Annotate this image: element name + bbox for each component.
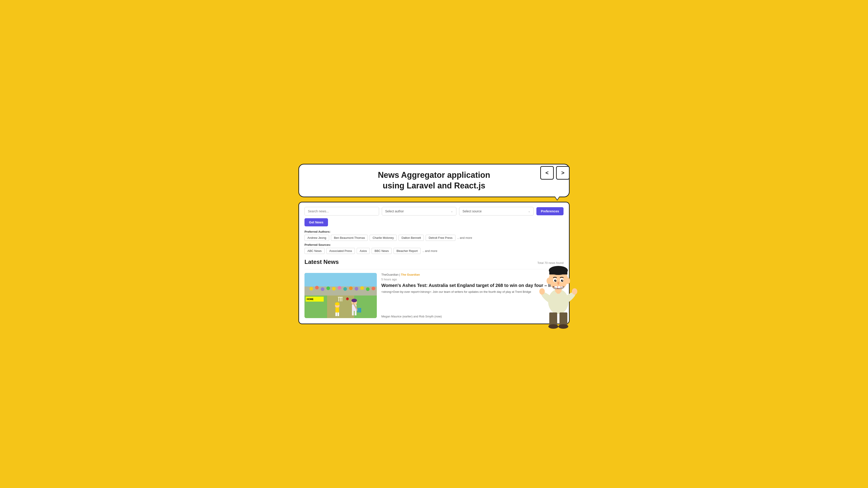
svg-rect-28 bbox=[336, 307, 339, 313]
svg-rect-24 bbox=[355, 311, 356, 315]
svg-rect-35 bbox=[359, 308, 360, 313]
svg-point-13 bbox=[372, 287, 375, 290]
forward-button[interactable]: > bbox=[556, 166, 569, 180]
source-tag-0: ABC News bbox=[305, 248, 324, 254]
source-tag-4: Bleacher Report bbox=[394, 248, 421, 254]
svg-point-27 bbox=[335, 302, 340, 305]
source-name: TheGuardian bbox=[381, 273, 399, 276]
svg-rect-34 bbox=[358, 308, 358, 313]
svg-rect-16 bbox=[338, 297, 339, 301]
browser-window: Select author ⌄ Select source ⌄ Preferen… bbox=[298, 202, 569, 324]
preferences-button[interactable]: Preferences bbox=[536, 207, 563, 215]
svg-rect-30 bbox=[338, 313, 339, 316]
svg-point-10 bbox=[355, 287, 358, 291]
svg-point-8 bbox=[343, 287, 347, 291]
source-tag-2: Axios bbox=[357, 248, 370, 254]
sources-and-more: .. and more bbox=[423, 249, 437, 253]
source-tag-1: Associated Press bbox=[327, 248, 355, 254]
svg-rect-36 bbox=[360, 308, 361, 313]
title-bubble: News Aggregator application using Larave… bbox=[298, 164, 569, 197]
source-select[interactable]: Select source ⌄ bbox=[459, 207, 534, 216]
svg-point-7 bbox=[338, 286, 341, 290]
chevron-down-icon: ⌄ bbox=[451, 210, 453, 213]
author-tag-1: Ben Beaumont-Thomas bbox=[331, 235, 368, 241]
preferred-authors-label: Preferred Authors: bbox=[305, 230, 563, 233]
search-area: Select author ⌄ Select source ⌄ Preferen… bbox=[305, 207, 563, 216]
svg-point-4 bbox=[321, 287, 324, 291]
authors-and-more: .. and more bbox=[457, 236, 472, 239]
svg-point-45 bbox=[561, 280, 563, 282]
back-button[interactable]: < bbox=[540, 166, 554, 180]
svg-point-52 bbox=[565, 278, 570, 284]
svg-rect-59 bbox=[549, 313, 557, 326]
svg-point-9 bbox=[349, 287, 352, 290]
svg-point-11 bbox=[360, 286, 364, 290]
source-select-label: Select source bbox=[463, 209, 482, 213]
svg-rect-19 bbox=[338, 297, 343, 297]
svg-point-61 bbox=[548, 324, 558, 329]
news-card: HOME TheGuardian | The Guardian bbox=[305, 269, 563, 318]
svg-text:HOME: HOME bbox=[307, 298, 313, 300]
app-title: News Aggregator application using Larave… bbox=[308, 170, 560, 191]
author-tag-0: Andrew Jeong bbox=[305, 235, 329, 241]
svg-point-2 bbox=[309, 287, 313, 291]
article-image: HOME bbox=[305, 273, 377, 318]
svg-point-47 bbox=[562, 280, 563, 281]
svg-rect-18 bbox=[342, 297, 342, 301]
svg-point-6 bbox=[332, 287, 336, 291]
svg-point-46 bbox=[555, 280, 556, 281]
author-select[interactable]: Select author ⌄ bbox=[382, 207, 456, 216]
svg-point-56 bbox=[539, 288, 545, 295]
svg-rect-29 bbox=[336, 313, 337, 316]
author-tag-2: Charlie Moloney bbox=[370, 235, 397, 241]
preferred-sources-label: Preferred Sources: bbox=[305, 243, 563, 247]
latest-news-title: Latest News bbox=[305, 258, 339, 265]
source-tag-3: BBC News bbox=[372, 248, 392, 254]
svg-rect-17 bbox=[340, 297, 341, 301]
svg-rect-23 bbox=[352, 311, 354, 315]
search-input[interactable] bbox=[305, 207, 379, 216]
nav-arrows: < > bbox=[540, 166, 569, 180]
svg-point-3 bbox=[315, 286, 319, 289]
source-separator: | bbox=[399, 273, 400, 276]
svg-point-44 bbox=[554, 280, 557, 282]
svg-point-62 bbox=[558, 324, 568, 329]
svg-point-58 bbox=[572, 288, 577, 295]
author-tag-4: Detroit Free Press bbox=[426, 235, 455, 241]
preferred-sources-section: Preferred Sources: ABC News Associated P… bbox=[305, 243, 563, 254]
latest-news-header: Latest News Total 70 news found bbox=[305, 258, 563, 265]
svg-point-21 bbox=[351, 299, 357, 302]
preferred-authors-section: Preferred Authors: Andrew Jeong Ben Beau… bbox=[305, 230, 563, 241]
preferred-sources-tags: ABC News Associated Press Axios BBC News… bbox=[305, 248, 563, 254]
chevron-down-icon: ⌄ bbox=[528, 210, 530, 213]
svg-point-41 bbox=[560, 267, 565, 271]
svg-point-5 bbox=[327, 287, 330, 290]
svg-point-51 bbox=[547, 278, 551, 284]
svg-rect-60 bbox=[559, 313, 567, 326]
svg-point-31 bbox=[346, 297, 349, 300]
author-tag-3: Dalton Bennett bbox=[399, 235, 424, 241]
source-link[interactable]: The Guardian bbox=[401, 273, 420, 276]
author-select-label: Select author bbox=[385, 209, 404, 213]
get-news-button[interactable]: Get News bbox=[305, 218, 328, 226]
preferred-authors-tags: Andrew Jeong Ben Beaumont-Thomas Charlie… bbox=[305, 235, 563, 241]
svg-point-12 bbox=[366, 287, 370, 291]
character-figure bbox=[533, 256, 583, 329]
